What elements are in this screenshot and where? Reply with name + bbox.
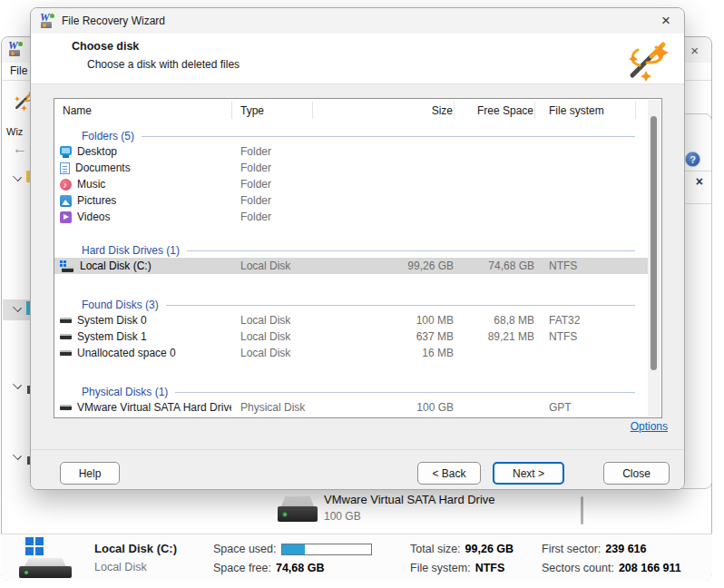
dialog-close-icon[interactable]: ×: [661, 12, 670, 30]
table-row-selected[interactable]: Local Disk (C:) Local Disk 99,26 GB 74,6…: [54, 258, 648, 274]
column-divider[interactable]: [454, 102, 455, 119]
space-free-value: 74,68 GB: [276, 562, 325, 574]
disk-panel-size: 100 GB: [324, 510, 361, 523]
desktop-folder-icon: [60, 146, 72, 155]
dialog-title: File Recovery Wizard: [62, 15, 165, 27]
table-row[interactable]: Documents Folder: [54, 160, 648, 176]
file-system-value: NTFS: [475, 562, 505, 574]
column-divider[interactable]: [312, 102, 313, 119]
space-used-progress-fill: [282, 544, 305, 554]
disk-icon: [60, 334, 72, 339]
videos-folder-icon: [60, 211, 72, 223]
table-row[interactable]: Videos Folder: [54, 209, 648, 225]
column-divider[interactable]: [635, 102, 636, 119]
disk-table: Name Type Size Free Space File system Fo…: [54, 98, 662, 418]
table-row[interactable]: Unallocated space 0 Local Disk 16 MB: [54, 345, 648, 361]
group-header-folders: Folders (5): [54, 129, 648, 143]
disk-icon: [60, 350, 72, 356]
wizard-toolbar-label[interactable]: Wiz: [6, 126, 32, 137]
close-button[interactable]: Close: [603, 462, 670, 485]
chevron-down-icon[interactable]: [13, 381, 22, 390]
documents-folder-icon: [60, 162, 70, 174]
group-header-found-disks: Found Disks (3): [54, 298, 648, 312]
help-button[interactable]: Help: [60, 462, 120, 485]
table-row[interactable]: Pictures Folder: [54, 192, 648, 209]
first-sector-value: 239 616: [605, 543, 646, 555]
wizard-step-subtitle: Choose a disk with deleted files: [87, 58, 240, 71]
screen: W × File Wiz ← ? ×: [0, 0, 724, 588]
disk-panel-title[interactable]: VMware Virtual SATA Hard Drive: [324, 493, 495, 506]
sectors-count-label: Sectors count:: [542, 562, 614, 574]
group-divider-line: [166, 305, 635, 306]
table-row[interactable]: Desktop Folder: [54, 143, 648, 160]
total-size-label: Total size:: [410, 543, 461, 555]
system-drive-icon: [60, 260, 74, 272]
status-bar: Local Disk (C:) Local Disk Space used: S…: [1, 534, 712, 581]
table-row[interactable]: Music Folder: [54, 176, 648, 192]
dialog-titlebar[interactable]: W File Recovery Wizard ×: [31, 8, 684, 34]
main-window-close-icon[interactable]: ×: [690, 43, 699, 58]
table-row[interactable]: System Disk 1 Local Disk 637 MB 89,21 MB…: [54, 328, 648, 345]
group-divider-line: [187, 250, 635, 251]
file-recovery-wizard-dialog: W File Recovery Wizard × Choose disk Cho…: [30, 7, 685, 490]
chevron-down-icon[interactable]: [13, 173, 22, 182]
table-row[interactable]: System Disk 0 Local Disk 100 MB 68,8 MB …: [54, 312, 648, 328]
scrollbar-thumb[interactable]: [651, 116, 657, 370]
group-header-hard-disk-drives: Hard Disk Drives (1): [54, 243, 648, 258]
pictures-folder-icon: [60, 195, 72, 207]
magic-wand-icon: [623, 34, 670, 86]
table-body: Folders (5) Desktop Folder Documents Fol…: [54, 122, 648, 416]
table-row[interactable]: VMware Virtual SATA Hard Drive Physical …: [54, 399, 648, 416]
status-disk-type: Local Disk: [94, 561, 147, 573]
back-button[interactable]: < Back: [417, 462, 481, 485]
space-free-label: Space free:: [213, 562, 271, 574]
group-divider-line: [142, 136, 635, 137]
chevron-down-icon[interactable]: [13, 452, 22, 461]
column-header-free-space[interactable]: Free Space: [454, 104, 534, 117]
system-drive-icon: [19, 537, 72, 578]
column-header-name[interactable]: Name: [54, 104, 231, 117]
column-divider[interactable]: [534, 102, 535, 119]
wizard-header: Choose disk Choose a disk with deleted f…: [31, 34, 684, 84]
music-folder-icon: [60, 179, 72, 191]
app-icon: W: [40, 14, 55, 28]
table-scrollbar[interactable]: [648, 100, 660, 416]
chevron-down-icon[interactable]: [13, 304, 22, 313]
next-button[interactable]: Next >: [493, 462, 564, 485]
status-disk-name: Local Disk (C:): [94, 542, 177, 555]
back-arrow-icon[interactable]: ←: [13, 141, 27, 157]
physical-disk-icon: [278, 496, 318, 522]
disk-icon: [60, 405, 72, 410]
group-divider-line: [175, 392, 635, 393]
panel-close-icon[interactable]: ×: [696, 174, 703, 189]
app-icon: W: [8, 42, 24, 56]
options-link[interactable]: Options: [631, 420, 668, 433]
column-header-size[interactable]: Size: [312, 104, 454, 117]
column-divider[interactable]: [231, 102, 232, 119]
total-size-value: 99,26 GB: [465, 543, 514, 555]
scrollbar-fragment[interactable]: [581, 496, 583, 524]
menu-file[interactable]: File: [10, 64, 27, 77]
footer-divider: [31, 449, 684, 450]
wizard-step-title: Choose disk: [72, 40, 139, 53]
group-header-physical-disks: Physical Disks (1): [54, 385, 648, 399]
disk-icon: [60, 318, 72, 323]
table-header: Name Type Size Free Space File system: [54, 99, 648, 122]
column-header-file-system[interactable]: File system: [534, 104, 648, 117]
first-sector-label: First sector:: [542, 543, 601, 555]
file-system-label: File system:: [410, 562, 471, 574]
space-used-progressbar: [281, 544, 372, 555]
sectors-count-value: 208 166 911: [619, 562, 681, 574]
space-used-label: Space used:: [213, 543, 277, 555]
help-icon[interactable]: ?: [685, 152, 700, 167]
wizard-content: Name Type Size Free Space File system Fo…: [31, 84, 684, 490]
column-header-type[interactable]: Type: [231, 104, 312, 117]
